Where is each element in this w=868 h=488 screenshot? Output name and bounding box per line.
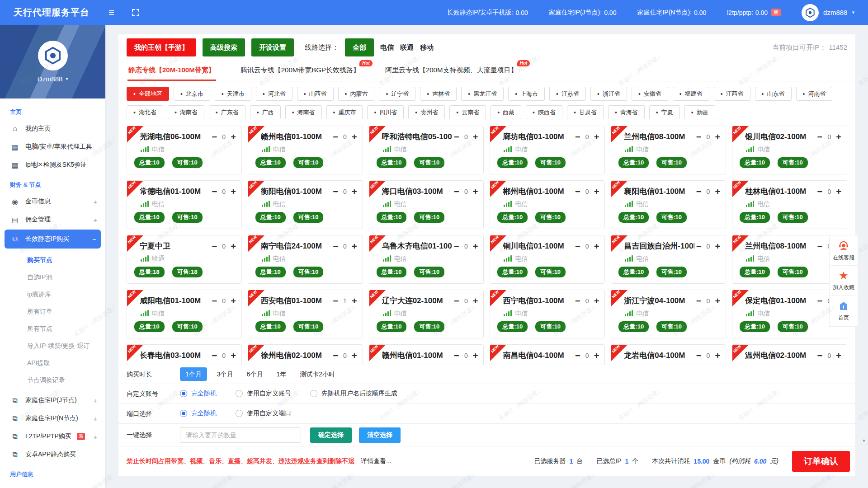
decrease-button[interactable]: − (333, 351, 338, 360)
decrease-button[interactable]: − (454, 132, 459, 141)
region-filter[interactable]: • 西藏 (491, 105, 521, 119)
advanced-search-button[interactable]: 高级搜索 (203, 38, 245, 56)
decrease-button[interactable]: − (696, 351, 702, 360)
region-filter[interactable]: • 河北省 (256, 87, 292, 101)
duration-option[interactable]: 1个月 (180, 367, 207, 381)
increase-button[interactable]: + (594, 132, 599, 141)
region-filter[interactable]: • 湖北省 (127, 105, 163, 119)
decrease-button[interactable]: − (212, 242, 217, 251)
sidebar-subitem[interactable]: 购买节点 (0, 251, 105, 268)
decrease-button[interactable]: − (575, 351, 580, 360)
line-tab[interactable]: 阿里云专线【200M支持视频、大流量项目】 Hot (384, 61, 519, 81)
decrease-button[interactable]: − (212, 187, 217, 196)
sidebar-subitem[interactable]: 所有节点 (0, 320, 105, 337)
decrease-button[interactable]: − (212, 132, 217, 141)
sidebar-item[interactable]: ⧉ 家庭住宅IP(J节点) + (0, 391, 105, 409)
decrease-button[interactable]: − (575, 296, 580, 305)
decrease-button[interactable]: − (817, 187, 823, 196)
region-filter[interactable]: • 山东省 (755, 87, 792, 101)
expand-toggle-icon[interactable]: + (93, 198, 97, 206)
line-tab[interactable]: 静态专线【20M-100M带宽】 (127, 61, 216, 81)
increase-button[interactable]: + (836, 187, 841, 196)
region-filter[interactable]: • 四川省 (367, 105, 404, 119)
increase-button[interactable]: + (352, 187, 357, 196)
increase-button[interactable]: + (473, 351, 478, 360)
home-button[interactable]: 首页 (830, 296, 858, 326)
region-filter[interactable]: • 上海市 (508, 87, 545, 101)
hamburger-menu-icon[interactable]: ≡ (108, 8, 114, 18)
sidebar-subitem[interactable]: 自选IP池 (0, 268, 105, 286)
increase-button[interactable]: + (715, 351, 720, 360)
line-all-button[interactable]: 全部 (345, 38, 374, 56)
port-option-radio[interactable]: 使用自定义端口 (236, 409, 291, 418)
expand-toggle-icon[interactable]: − (92, 235, 96, 243)
region-filter[interactable]: • 吉林省 (420, 87, 457, 101)
line-option[interactable]: 电信 (380, 43, 394, 52)
open-settings-button[interactable]: 开设设置 (251, 38, 294, 56)
region-filter[interactable]: • 河南省 (796, 87, 833, 101)
expand-toggle-icon[interactable]: + (93, 415, 97, 422)
sidebar-subitem[interactable]: 所有订单 (0, 303, 105, 320)
account-option-radio[interactable]: 完全随机 (180, 389, 217, 398)
expand-toggle-icon[interactable]: + (93, 397, 97, 404)
region-filter[interactable]: • 广西 (250, 105, 281, 119)
decrease-button[interactable]: − (454, 351, 459, 360)
increase-button[interactable]: + (352, 351, 357, 360)
sidebar-item[interactable]: ⧉ L2TP/PPTP购买 新 + (0, 427, 105, 446)
node-card[interactable]: NEW 西宁电信01-100M − 0 + 电信 总量: (490, 290, 605, 338)
duration-option[interactable]: 6个月 (247, 371, 263, 378)
region-filter[interactable]: • 新疆 (684, 105, 715, 119)
node-card[interactable]: NEW 海口电信03-100M − 0 + 电信 总量: (369, 180, 484, 229)
increase-button[interactable]: + (715, 187, 720, 196)
decrease-button[interactable]: − (817, 296, 823, 305)
detail-link[interactable]: 详情查看... (361, 457, 392, 465)
region-filter[interactable]: • 浙江省 (590, 87, 627, 101)
port-option-radio[interactable]: 完全随机 (180, 409, 217, 418)
region-filter[interactable]: • 广东省 (209, 105, 245, 119)
region-filter[interactable]: • 天津市 (215, 87, 251, 101)
node-card[interactable]: NEW 龙岩电信04-100M − 0 + 电信 总量: (611, 344, 726, 365)
decrease-button[interactable]: − (696, 296, 702, 305)
decrease-button[interactable]: − (333, 187, 338, 196)
order-confirm-button[interactable]: 订单确认 (792, 451, 850, 472)
decrease-button[interactable]: − (817, 242, 823, 251)
node-card[interactable]: NEW 徐州电信02-100M − 0 + 电信 总量: (248, 344, 363, 365)
sidebar-subitem[interactable]: 节点调换记录 (0, 371, 105, 389)
node-card[interactable]: NEW 南宁电信24-100M − 0 + 电信 总量: (248, 235, 363, 284)
region-filter[interactable]: • 内蒙古 (338, 87, 375, 101)
decrease-button[interactable]: − (696, 242, 702, 251)
increase-button[interactable]: + (715, 296, 720, 305)
decrease-button[interactable]: − (454, 296, 459, 305)
node-card[interactable]: NEW 咸阳电信01-100M − 0 + 电信 总量: (127, 290, 242, 338)
node-card[interactable]: NEW 辽宁大连02-100M − 0 + 电信 总量: (369, 290, 484, 338)
decrease-button[interactable]: − (212, 296, 217, 305)
decrease-button[interactable]: − (817, 351, 823, 360)
increase-button[interactable]: + (715, 242, 720, 251)
decrease-button[interactable]: − (333, 132, 338, 141)
node-card[interactable]: NEW 兰州电信08-100M − 0 + 电信 总量: (611, 126, 726, 174)
sidebar-subitem[interactable]: ip痕迹库 (0, 286, 105, 303)
region-filter[interactable]: • 宁夏 (649, 105, 680, 119)
region-filter[interactable]: • 甘肃省 (567, 105, 604, 119)
region-filter[interactable]: • 海南省 (285, 105, 322, 119)
decrease-button[interactable]: − (575, 132, 580, 141)
region-filter[interactable]: • 黑龙江省 (461, 87, 504, 101)
increase-button[interactable]: + (594, 187, 599, 196)
node-card[interactable]: NEW 赣州电信01-100M − 0 + 电信 总量: (248, 126, 363, 174)
decrease-button[interactable]: − (696, 132, 702, 141)
balance-stat[interactable]: 家庭住宅IP(N节点): 0.00 (637, 9, 706, 17)
region-filter[interactable]: • 福建省 (673, 87, 709, 101)
node-card[interactable]: NEW 郴州电信01-100M − 0 + 电信 总量: (490, 180, 605, 229)
increase-button[interactable]: + (352, 296, 357, 305)
increase-button[interactable]: + (715, 132, 720, 141)
sidebar-item[interactable]: ⧉ 长效静态IP购买 − (5, 230, 101, 249)
expand-toggle-icon[interactable]: + (93, 216, 97, 224)
decrease-button[interactable]: − (575, 242, 580, 251)
region-filter[interactable]: • 北京市 (174, 87, 210, 101)
clear-select-button[interactable]: 清空选择 (359, 427, 401, 443)
decrease-button[interactable]: − (696, 187, 702, 196)
add-favorite-button[interactable]: ★ 加入收藏 (830, 266, 858, 296)
decrease-button[interactable]: − (333, 296, 338, 305)
increase-button[interactable]: + (473, 296, 478, 305)
expand-toggle-icon[interactable]: + (93, 433, 97, 441)
